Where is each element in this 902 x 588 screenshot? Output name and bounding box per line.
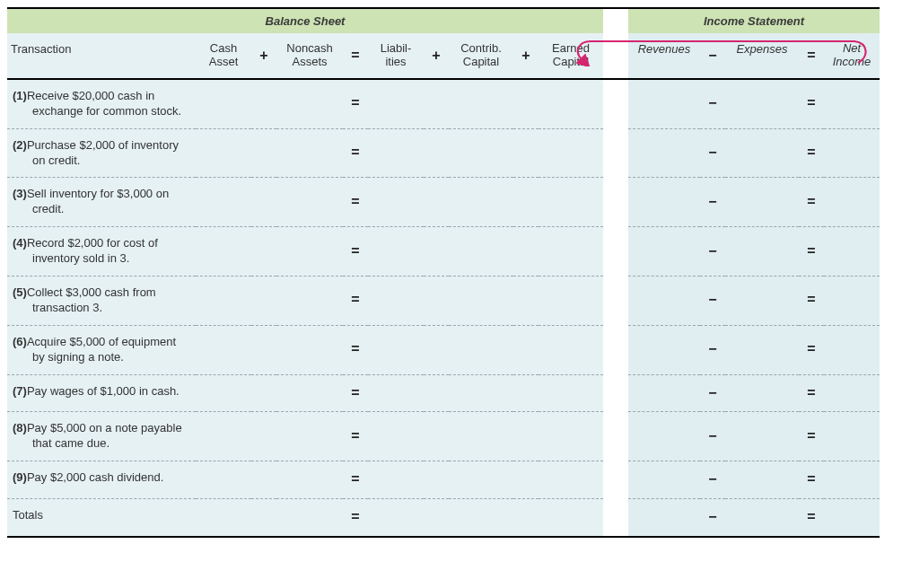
cell-op-minus: − — [700, 227, 725, 276]
col-contrib-capital: Contrib.Capital — [449, 33, 513, 80]
section-gap — [603, 33, 628, 80]
cell-op-equals: = — [343, 499, 368, 538]
col-contrib-l2: Capital — [463, 56, 499, 69]
cell-contrib — [449, 80, 513, 129]
cell-contrib — [449, 227, 513, 276]
col-liab-l1: Liabil- — [381, 42, 412, 56]
op-plus-2: + — [424, 33, 449, 80]
col-cash-asset: CashAsset — [196, 33, 251, 80]
section-gap — [603, 227, 628, 276]
cell-op-equals: = — [343, 80, 368, 129]
col-revenues-label: Revenues — [638, 42, 691, 56]
table-row-transaction: (5)Collect $3,000 cash from transaction … — [7, 276, 196, 326]
cell-noncash — [276, 461, 343, 499]
cell-op — [424, 129, 449, 179]
header-income-statement: Income Statement — [628, 7, 880, 33]
worksheet-table: Balance Sheet Income Statement Transacti… — [7, 7, 896, 538]
cell-earned — [539, 499, 603, 538]
cell-expenses — [725, 375, 799, 413]
cell-revenues — [628, 461, 700, 499]
op-minus-header: − — [700, 33, 725, 80]
col-net-l2: Income — [833, 56, 871, 69]
table-row-transaction: (2)Purchase $2,000 of inventory on credi… — [7, 129, 196, 179]
cell-op-equals-is: = — [799, 461, 824, 499]
cell-cash-asset — [196, 80, 251, 129]
cell-expenses — [725, 178, 799, 227]
cell-contrib — [449, 129, 513, 179]
cell-cash-asset — [196, 412, 251, 461]
cell-op-minus: − — [700, 461, 725, 499]
cell-net-income — [824, 499, 880, 538]
cell-op — [513, 276, 539, 326]
table-row-transaction: (8)Pay $5,000 on a note payable that cam… — [7, 412, 196, 461]
col-earned-l1: Earned — [552, 42, 590, 56]
cell-op — [424, 461, 449, 499]
cell-op-equals-is: = — [799, 227, 824, 276]
table-row-transaction: (9)Pay $2,000 cash dividend. — [7, 461, 196, 499]
cell-expenses — [725, 461, 799, 499]
table-row-transaction: (7)Pay wages of $1,000 in cash. — [7, 375, 196, 413]
cell-op — [513, 80, 539, 129]
cell-earned — [539, 326, 603, 375]
cell-op — [251, 80, 276, 129]
cell-cash-asset — [196, 461, 251, 499]
section-gap — [603, 412, 628, 461]
section-gap — [603, 80, 628, 129]
cell-expenses — [725, 326, 799, 375]
cell-revenues — [628, 326, 700, 375]
cell-op — [424, 412, 449, 461]
cell-net-income — [824, 276, 880, 326]
cell-op-equals: = — [343, 129, 368, 179]
cell-liab — [368, 326, 424, 375]
col-earned-capital: EarnedCapital — [539, 33, 603, 80]
cell-op-equals-is: = — [799, 178, 824, 227]
cell-op — [513, 326, 539, 375]
cell-liab — [368, 375, 424, 413]
cell-op — [251, 129, 276, 179]
cell-op-equals: = — [343, 326, 368, 375]
cell-liab — [368, 178, 424, 227]
cell-op-equals-is: = — [799, 499, 824, 538]
cell-net-income — [824, 227, 880, 276]
cell-cash-asset — [196, 499, 251, 538]
cell-earned — [539, 412, 603, 461]
cell-op — [424, 375, 449, 413]
cell-earned — [539, 129, 603, 179]
cell-op-minus: − — [700, 80, 725, 129]
col-revenues: Revenues — [628, 33, 700, 80]
section-gap — [603, 499, 628, 538]
cell-op-minus: − — [700, 499, 725, 538]
cell-expenses — [725, 227, 799, 276]
header-balance-sheet: Balance Sheet — [7, 7, 603, 33]
op-equals-header: = — [343, 33, 368, 80]
cell-op — [513, 375, 539, 413]
cell-liab — [368, 499, 424, 538]
cell-noncash — [276, 499, 343, 538]
cell-op — [513, 412, 539, 461]
cell-revenues — [628, 227, 700, 276]
col-cash-asset-l2: Asset — [209, 56, 239, 69]
cell-earned — [539, 80, 603, 129]
section-gap — [603, 129, 628, 179]
cell-op-minus: − — [700, 326, 725, 375]
cell-op — [251, 499, 276, 538]
section-gap — [603, 326, 628, 375]
cell-op — [513, 129, 539, 179]
cell-op — [251, 178, 276, 227]
cell-liab — [368, 276, 424, 326]
cell-op — [251, 227, 276, 276]
cell-expenses — [725, 276, 799, 326]
cell-op-equals-is: = — [799, 375, 824, 413]
cell-op-minus: − — [700, 276, 725, 326]
col-earned-l2: Capital — [553, 56, 589, 69]
cell-contrib — [449, 412, 513, 461]
cell-expenses — [725, 499, 799, 538]
cell-contrib — [449, 178, 513, 227]
cell-op-minus: − — [700, 412, 725, 461]
cell-contrib — [449, 375, 513, 413]
cell-op-equals-is: = — [799, 276, 824, 326]
cell-op-equals: = — [343, 178, 368, 227]
cell-expenses — [725, 412, 799, 461]
cell-liab — [368, 227, 424, 276]
col-expenses-label: Expenses — [736, 42, 787, 56]
